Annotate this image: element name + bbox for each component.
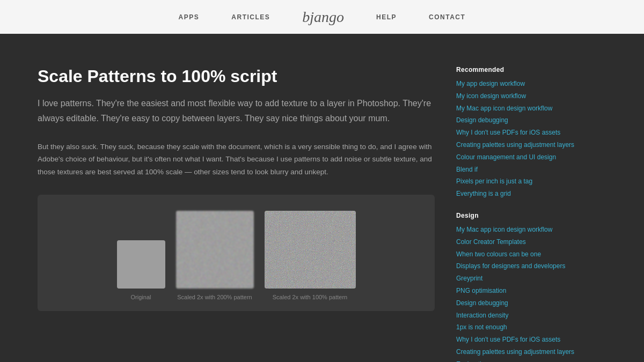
- article-intro: I love patterns. They're the easiest and…: [38, 96, 435, 125]
- article-title: Scale Patterns to 100% script: [38, 66, 435, 86]
- main-layout: Scale Patterns to 100% script I love pat…: [27, 34, 617, 362]
- sidebar-link-design-9[interactable]: Why I don't use PDFs for iOS assets: [456, 334, 580, 346]
- sidebar-link-recommended-1[interactable]: My icon design workflow: [456, 90, 580, 102]
- sidebar-design-title: Design: [456, 212, 580, 219]
- header: APPS ARTICLES bjango HELP CONTACT: [0, 0, 644, 34]
- sidebar-link-recommended-6[interactable]: Colour management and UI design: [456, 151, 580, 164]
- nav-apps[interactable]: APPS: [179, 13, 200, 21]
- sidebar-link-design-8[interactable]: 1px is not enough: [456, 321, 580, 334]
- sidebar-link-design-2[interactable]: When two colours can be one: [456, 248, 580, 261]
- sidebar-link-design-5[interactable]: PNG optimisation: [456, 285, 580, 297]
- demo-caption-100: Scaled 2x with 100% pattern: [273, 294, 347, 300]
- site-logo[interactable]: bjango: [302, 9, 344, 26]
- sidebar-link-design-0[interactable]: My Mac app icon design workflow: [456, 224, 580, 236]
- sidebar-recommended-title: Recommended: [456, 66, 580, 73]
- nav-articles[interactable]: ARTICLES: [231, 13, 270, 21]
- demo-caption-original: Original: [131, 294, 151, 300]
- article-content: Scale Patterns to 100% script I love pat…: [38, 66, 435, 362]
- article-body: But they also suck. They suck, because t…: [38, 141, 435, 179]
- sidebar-link-design-11[interactable]: Exploration: [456, 358, 580, 362]
- sidebar-section-design: Design My Mac app icon design workflow C…: [456, 212, 580, 362]
- sidebar-link-design-7[interactable]: Interaction density: [456, 309, 580, 322]
- demo-box: Original Scaled 2x with 200% pattern Sca…: [38, 195, 435, 311]
- sidebar-link-recommended-0[interactable]: My app design workflow: [456, 78, 580, 90]
- sidebar-link-design-1[interactable]: Color Creator Templates: [456, 236, 580, 248]
- sidebar-link-design-10[interactable]: Creating palettes using adjustment layer…: [456, 346, 580, 358]
- demo-image-original: Original: [117, 240, 165, 300]
- demo-image-200: Scaled 2x with 200% pattern: [176, 211, 254, 300]
- demo-images: Original Scaled 2x with 200% pattern Sca…: [117, 211, 356, 300]
- sidebar-link-recommended-2[interactable]: My Mac app icon design workflow: [456, 102, 580, 115]
- nav-contact[interactable]: CONTACT: [429, 13, 465, 21]
- nav-help[interactable]: HELP: [376, 13, 397, 21]
- sidebar-link-recommended-7[interactable]: Blend if: [456, 164, 580, 176]
- sidebar-link-recommended-3[interactable]: Design debugging: [456, 114, 580, 127]
- demo-caption-200: Scaled 2x with 200% pattern: [177, 294, 252, 300]
- sidebar-section-recommended: Recommended My app design workflow My ic…: [456, 66, 580, 200]
- sidebar-link-design-4[interactable]: Greyprint: [456, 272, 580, 285]
- sidebar-link-design-3[interactable]: Displays for designers and developers: [456, 260, 580, 272]
- sidebar: Recommended My app design workflow My ic…: [456, 66, 580, 362]
- sidebar-link-recommended-5[interactable]: Creating palettes using adjustment layer…: [456, 139, 580, 151]
- sidebar-link-recommended-4[interactable]: Why I don't use PDFs for iOS assets: [456, 127, 580, 139]
- pattern-100: [265, 211, 356, 289]
- nav: APPS ARTICLES bjango HELP CONTACT: [179, 9, 466, 26]
- pattern-original: [117, 240, 165, 289]
- sidebar-link-recommended-9[interactable]: Everything is a grid: [456, 188, 580, 200]
- pattern-200: [176, 211, 254, 289]
- sidebar-link-recommended-8[interactable]: Pixels per inch is just a tag: [456, 175, 580, 188]
- sidebar-link-design-6[interactable]: Design debugging: [456, 297, 580, 309]
- demo-image-100: Scaled 2x with 100% pattern: [265, 211, 356, 300]
